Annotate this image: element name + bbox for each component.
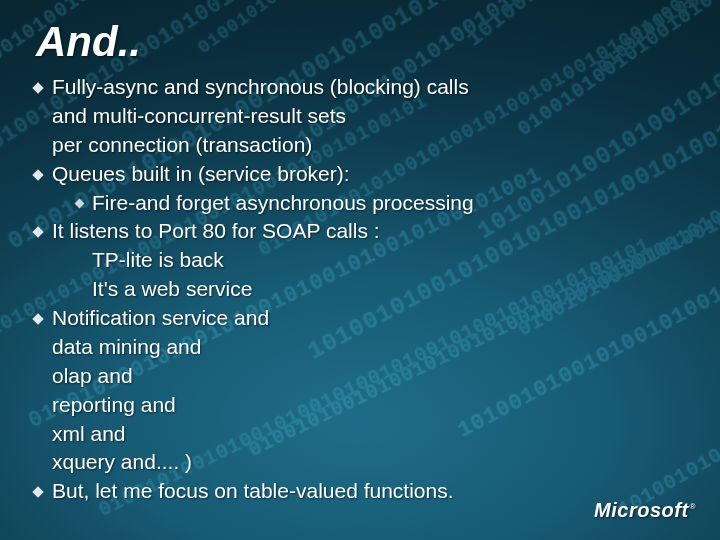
microsoft-logo: Microsoft® bbox=[594, 499, 696, 522]
slide-body: Fully-async and synchronous (blocking) c… bbox=[32, 74, 700, 507]
bullet-3-sub1: TP-lite is back bbox=[32, 247, 700, 274]
bullet-4-line2: data mining and bbox=[32, 334, 700, 361]
bullet-3-sub2: It's a web service bbox=[32, 276, 700, 303]
bullet-2: Queues built in (service broker): bbox=[32, 161, 700, 188]
bullet-4: Notification service and bbox=[32, 305, 700, 332]
bullet-4-line4: reporting and bbox=[32, 392, 700, 419]
bullet-1: Fully-async and synchronous (blocking) c… bbox=[32, 74, 700, 101]
bullet-4-line3: olap and bbox=[32, 363, 700, 390]
bullet-1-line3: per connection (transaction) bbox=[32, 132, 700, 159]
bullet-4-line6: xquery and.... ) bbox=[32, 449, 700, 476]
logo-text: Microsoft bbox=[594, 499, 689, 521]
bullet-1-line2: and multi-concurrent-result sets bbox=[32, 103, 700, 130]
bullet-3: It listens to Port 80 for SOAP calls : bbox=[32, 218, 700, 245]
bullet-4-line5: xml and bbox=[32, 421, 700, 448]
slide: 0100101001010010100101001010 10100101001… bbox=[0, 0, 720, 540]
bullet-2-sub1: Fire-and forget asynchronous processing bbox=[32, 190, 700, 217]
logo-trademark: ® bbox=[690, 502, 696, 511]
slide-title: And.. bbox=[36, 18, 141, 66]
